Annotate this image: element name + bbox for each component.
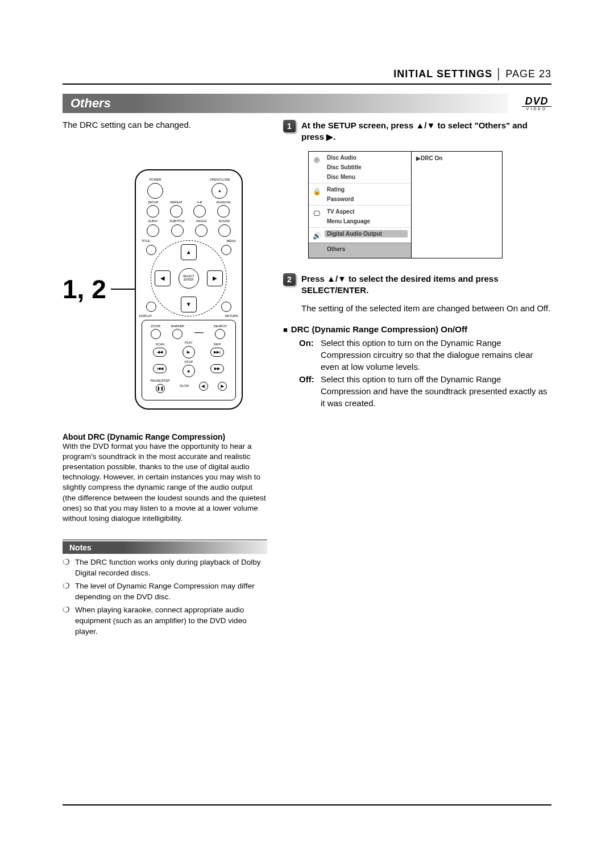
select-enter-button: SELECT ENTER <box>179 268 199 289</box>
osd-group-lock: 🔒 Rating Password <box>309 183 411 205</box>
power-label: POWER <box>150 178 161 182</box>
openclose-label: OPEN/CLOSE <box>210 178 230 182</box>
dpad-right-icon: ▶ <box>207 270 223 286</box>
play-button-icon: ▶ <box>182 346 195 358</box>
drc-heading-text: DRC (Dynamic Range Compression) On/Off <box>291 324 467 334</box>
header-separator: │ <box>496 68 502 80</box>
dpad-ring: ▲ ▼ ◀ ▶ SELECT ENTER <box>151 240 227 316</box>
page-header: INITIAL SETTINGS │ PAGE 23 <box>63 68 551 85</box>
footer-rule <box>63 804 551 806</box>
osd-item: Rating <box>325 186 408 193</box>
about-drc-body: With the DVD format you have the opportu… <box>63 441 267 524</box>
left-column: The DRC setting can be changed. 1, 2 POW… <box>63 120 267 639</box>
zoom-button-icon <box>151 329 161 339</box>
note-text: The DRC function works only during playb… <box>75 557 267 579</box>
black-square-icon: ■ <box>283 326 288 334</box>
dpad-up-icon: ▲ <box>181 244 197 260</box>
angle-button-icon <box>195 224 208 237</box>
section-title: Others <box>63 94 508 113</box>
ab-button-icon <box>193 205 206 218</box>
osd-right-value: ▶DRC On <box>416 155 497 161</box>
skip-fwd-button-icon: ▶▶| <box>210 348 224 357</box>
transport-box: ZOOM MARKER — SEARCH SCAN◀◀ PLAY▶ SKIP▶▶… <box>142 320 236 400</box>
note-bullet-icon: ❍ <box>63 605 69 637</box>
step-1-part1: At the SETUP screen, press <box>301 120 416 130</box>
scan-back-button-icon: ◀◀ <box>153 348 167 357</box>
notes-top-rule <box>63 540 267 540</box>
step-1-badge: 1 <box>283 120 296 132</box>
marker-label: MARKER <box>171 325 185 328</box>
repeat-label: REPEAT <box>170 201 182 205</box>
drc-on-label: On: <box>299 337 318 373</box>
dpad-left-icon: ◀ <box>155 270 171 286</box>
step-1-arrows: ▲/▼ <box>416 120 435 130</box>
step-2-badge: 2 <box>283 273 296 286</box>
osd-group-display: 🖵 TV Aspect Menu Language <box>309 205 411 227</box>
header-section: INITIAL SETTINGS <box>393 68 492 80</box>
slow-back-button-icon: ◀| <box>199 382 208 391</box>
step-2: 2 Press ▲/▼ to select the desired items … <box>283 273 551 297</box>
osd-item: TV Aspect <box>325 208 408 215</box>
audio-label: AUDIO <box>148 220 157 223</box>
sound-label: SOUND <box>219 220 230 223</box>
step-1-text: At the SETUP screen, press ▲/▼ to select… <box>301 120 551 143</box>
note-bullet-icon: ❍ <box>63 581 69 603</box>
notes-list: ❍ The DRC function works only during pla… <box>63 554 267 637</box>
note-text: The level of Dynamic Range Compression m… <box>75 581 267 603</box>
osd-item: Digital Audio Output <box>325 230 408 237</box>
ab-label: A-B <box>197 201 202 205</box>
random-button-icon <box>217 205 230 218</box>
page: INITIAL SETTINGS │ PAGE 23 Others DVD VI… <box>0 0 614 868</box>
title-button-icon <box>146 245 156 255</box>
setup-button-icon <box>147 205 159 218</box>
marker-button-icon <box>172 329 182 339</box>
drc-options: On: Select this option to turn on the Dy… <box>299 337 551 409</box>
zoom-label: ZOOM <box>151 325 160 328</box>
intro-text: The DRC setting can be changed. <box>63 120 267 130</box>
menu-button-icon <box>221 245 231 255</box>
return-button-icon <box>221 302 231 312</box>
osd-item: Disc Menu <box>325 173 408 181</box>
about-drc-heading: About DRC (Dynamic Range Compression) <box>63 432 267 441</box>
skip-next-button-icon: ▶▶ <box>210 364 224 373</box>
note-bullet-icon: ❍ <box>63 557 69 579</box>
notes-box: Notes ❍ The DRC function works only duri… <box>63 540 267 637</box>
title-row: Others DVD VIDEO <box>63 94 551 113</box>
skip-label: SKIP <box>214 343 221 347</box>
scan-fwd-button-icon: |◀◀ <box>153 364 167 373</box>
lock-icon: 🔒 <box>312 187 321 196</box>
slow-fwd-button-icon: |▶ <box>218 382 227 391</box>
disc-icon: ◎ <box>312 155 321 164</box>
note-item: ❍ When playing karaoke, connect appropri… <box>63 605 267 637</box>
dvd-logo-bottom: VIDEO <box>522 107 551 111</box>
right-column: 1 At the SETUP screen, press ▲/▼ to sele… <box>283 120 551 639</box>
pausestep-label: PAUSE/STEP <box>150 379 169 383</box>
slow-label: SLOW <box>180 385 189 388</box>
step-2-part1: Press <box>301 274 327 283</box>
display-button-icon <box>146 302 156 312</box>
power-button-icon <box>147 183 163 199</box>
random-label: RANDOM <box>217 201 230 205</box>
stop-button-icon: ■ <box>182 365 195 377</box>
setup-label: SETUP <box>148 201 158 205</box>
angle-label: ANGLE <box>196 220 207 223</box>
sound-button-icon <box>218 224 231 237</box>
repeat-button-icon <box>170 205 182 218</box>
step-2-arrows: ▲/▼ <box>327 274 346 283</box>
play-label: PLAY <box>185 341 193 345</box>
osd-item-selected: Others <box>325 245 408 253</box>
notes-heading: Notes <box>63 541 267 554</box>
step-1: 1 At the SETUP screen, press ▲/▼ to sele… <box>283 120 551 143</box>
remote-control-illustration: POWER OPEN/CLOSE▲ SETUP REPEAT A-B RANDO… <box>135 169 243 410</box>
openclose-button-icon: ▲ <box>211 183 227 199</box>
speaker-icon: 🔊 <box>312 231 321 240</box>
subtitle-label: SUBTITLE <box>169 220 184 223</box>
note-item: ❍ The DRC function works only during pla… <box>63 557 267 579</box>
drc-off-label: Off: <box>299 374 318 409</box>
note-text: When playing karaoke, connect appropriat… <box>75 605 267 637</box>
osd-item: Password <box>325 195 408 203</box>
remote-callout: 1, 2 POWER OPEN/CLOSE▲ SETUP REPEAT A-B … <box>63 169 267 410</box>
subtitle-button-icon <box>171 224 184 237</box>
note-item: ❍ The level of Dynamic Range Compression… <box>63 581 267 603</box>
tv-icon: 🖵 <box>312 209 321 218</box>
